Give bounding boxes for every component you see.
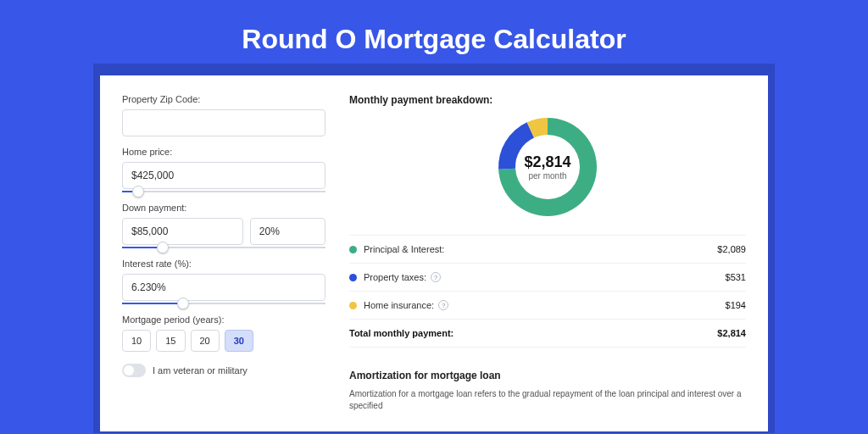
veteran-label: I am veteran or military xyxy=(153,365,248,376)
info-icon[interactable]: ? xyxy=(431,272,441,282)
period-label: Mortgage period (years): xyxy=(122,314,326,325)
legend-value: $194 xyxy=(726,300,746,310)
down-label: Down payment: xyxy=(122,203,326,213)
period-button-20[interactable]: 20 xyxy=(191,330,220,352)
veteran-toggle-row: I am veteran or military xyxy=(122,364,326,377)
total-value: $2,814 xyxy=(717,328,746,338)
legend-value: $2,089 xyxy=(717,244,746,254)
legend-dot-icon xyxy=(349,302,357,309)
amortization-title: Amortization for mortgage loan xyxy=(349,370,746,381)
down-slider-thumb[interactable] xyxy=(157,242,169,253)
rate-field: Interest rate (%): xyxy=(122,259,326,304)
total-label: Total monthly payment: xyxy=(349,328,717,338)
down-amount-input[interactable] xyxy=(122,218,243,245)
calculator-card: Property Zip Code: Home price: Down paym… xyxy=(100,75,768,431)
legend-label: Home insurance:? xyxy=(364,300,726,310)
legend: Principal & Interest:$2,089Property taxe… xyxy=(349,235,746,348)
legend-dot-icon xyxy=(349,274,357,281)
rate-label: Interest rate (%): xyxy=(122,259,326,269)
page-title: Round O Mortgage Calculator xyxy=(0,0,868,75)
legend-row: Home insurance:?$194 xyxy=(349,292,746,320)
price-slider[interactable] xyxy=(122,191,326,192)
legend-total-row: Total monthly payment:$2,814 xyxy=(349,320,746,348)
breakdown-heading: Monthly payment breakdown: xyxy=(349,94,746,106)
period-button-10[interactable]: 10 xyxy=(122,330,151,352)
form-panel: Property Zip Code: Home price: Down paym… xyxy=(122,94,326,413)
donut-subtext: per month xyxy=(528,171,566,181)
down-slider[interactable] xyxy=(122,247,326,248)
period-field: Mortgage period (years): 10152030 xyxy=(122,314,326,352)
amortization-section: Amortization for mortgage loan Amortizat… xyxy=(349,359,746,412)
price-input[interactable] xyxy=(122,162,326,189)
zip-label: Property Zip Code: xyxy=(122,94,326,104)
donut-amount: $2,814 xyxy=(524,153,570,171)
legend-label: Property taxes:? xyxy=(364,272,726,282)
legend-row: Principal & Interest:$2,089 xyxy=(349,236,746,264)
info-icon[interactable]: ? xyxy=(438,300,448,310)
price-field: Home price: xyxy=(122,147,326,192)
payment-donut-chart: $2,814 per month xyxy=(495,114,600,220)
rate-slider[interactable] xyxy=(122,303,326,304)
price-slider-thumb[interactable] xyxy=(132,186,144,198)
legend-dot-icon xyxy=(349,246,357,253)
legend-value: $531 xyxy=(726,272,746,282)
down-field: Down payment: xyxy=(122,203,326,248)
legend-row: Property taxes:?$531 xyxy=(349,264,746,292)
amortization-body: Amortization for a mortgage loan refers … xyxy=(349,388,746,412)
period-button-15[interactable]: 15 xyxy=(156,330,185,352)
period-button-30[interactable]: 30 xyxy=(225,330,253,352)
veteran-toggle[interactable] xyxy=(122,364,146,377)
price-label: Home price: xyxy=(122,147,326,157)
rate-slider-thumb[interactable] xyxy=(177,298,189,309)
zip-field: Property Zip Code: xyxy=(122,94,326,136)
breakdown-panel: Monthly payment breakdown: $2,814 per mo… xyxy=(349,94,746,413)
zip-input[interactable] xyxy=(122,109,326,136)
legend-label: Principal & Interest: xyxy=(364,244,717,254)
down-percent-input[interactable] xyxy=(250,218,326,245)
rate-input[interactable] xyxy=(122,274,326,301)
